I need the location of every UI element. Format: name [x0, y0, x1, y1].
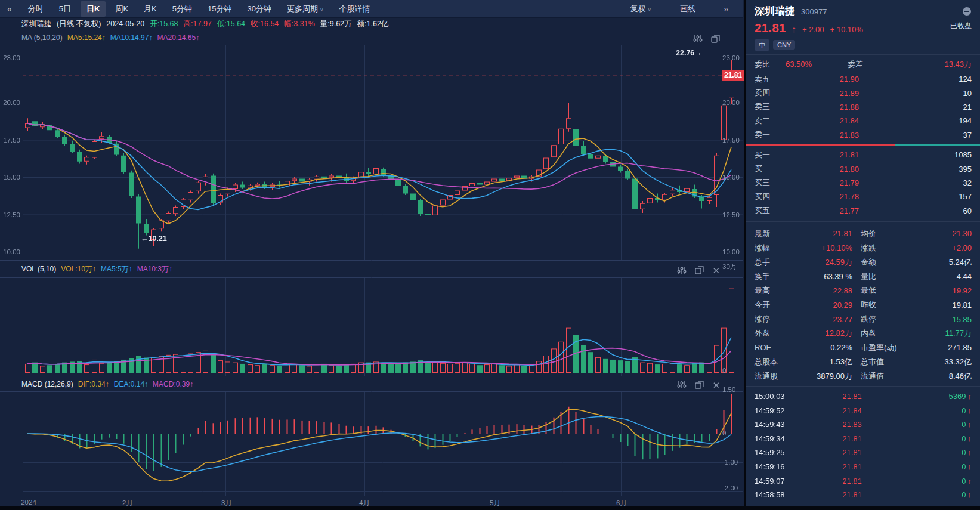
stat-value: 0.22%: [830, 343, 861, 352]
stat-label: 昨收: [861, 299, 876, 310]
tab-daily-k[interactable]: 日K: [81, 1, 106, 17]
ma5-value: MA5:15.24↑: [67, 33, 106, 42]
vol-ma5-value: MA5:5万↑: [101, 264, 132, 274]
book-price: 21.83: [796, 131, 884, 140]
indicator-settings-icon[interactable]: [693, 35, 703, 43]
macd-header: MACD (12,26,9) DIF:0.34↑ DEA:0.14↑ MACD:…: [0, 378, 743, 391]
tab-5min[interactable]: 5分钟: [166, 1, 198, 17]
tick-row: 15:00:0321.815369↑: [755, 390, 972, 404]
up-arrow-icon: ↑: [968, 462, 972, 471]
book-level-label: 卖三: [755, 101, 796, 112]
stock-detail-button[interactable]: 个股详情: [333, 1, 376, 17]
y-axis-label: 10.00: [0, 248, 20, 256]
tab-monthly-k[interactable]: 月K: [138, 1, 163, 17]
stat-label: 量比: [861, 271, 876, 282]
layout-switch-icon[interactable]: [695, 266, 704, 274]
vol-axis-zero: 0: [722, 366, 726, 375]
tick-qty: 0↑: [887, 490, 972, 499]
tick-price: 21.83: [802, 420, 887, 429]
tick-qty: 0↑: [887, 434, 972, 443]
book-level-label: 买一: [755, 150, 796, 160]
macd-chart-canvas[interactable]: [0, 391, 743, 496]
stat-label: 最高: [755, 285, 770, 296]
stat-cell: 量比4.44: [861, 270, 972, 284]
expand-icon[interactable]: »: [724, 4, 728, 14]
ratio-green-segment: [895, 144, 980, 146]
indicator-settings-icon[interactable]: [677, 266, 687, 274]
y-axis-label: 20.00: [722, 98, 740, 107]
book-price: 21.81: [796, 150, 884, 159]
tick-price: 21.81: [802, 477, 887, 486]
tick-time: 14:59:52: [755, 406, 802, 415]
collapse-panel-icon[interactable]: «: [7, 4, 12, 14]
ask-row[interactable]: 卖三21.8821: [746, 100, 980, 114]
bid-row[interactable]: 买三21.7932: [746, 176, 980, 190]
bid-row[interactable]: 买二21.80395: [746, 162, 980, 175]
bid-book: 买一21.811085买二21.80395买三21.7932买四21.78157…: [746, 148, 980, 218]
stat-label: 涨停: [755, 314, 770, 324]
y-axis-label: 10.00: [722, 248, 740, 256]
ask-row[interactable]: 卖四21.8910: [746, 86, 980, 100]
indicator-settings-icon[interactable]: [677, 381, 687, 389]
range-value: 幅:3.31%: [284, 19, 314, 29]
divider: [746, 54, 980, 55]
stat-value: 4.44: [957, 272, 972, 281]
draw-line-button[interactable]: 画线: [674, 1, 701, 17]
stat-value: +2.00: [952, 243, 972, 252]
tick-price: 21.81: [802, 462, 887, 471]
stat-value: 21.81: [833, 229, 861, 238]
tab-fenshi[interactable]: 分时: [22, 1, 50, 17]
ma20-value: MA20:14.65↑: [157, 33, 199, 42]
y-axis-label: 15.00: [722, 173, 740, 181]
layout-switch-icon[interactable]: [695, 381, 704, 389]
panel-stock-name: 深圳瑞捷: [755, 4, 795, 18]
ask-row[interactable]: 卖五21.90124: [746, 72, 980, 86]
close-indicator-icon[interactable]: ✕: [712, 381, 720, 390]
ask-row[interactable]: 卖二21.84194: [746, 114, 980, 128]
bottom-strip: [0, 506, 980, 510]
macd-axis-label: 1.50: [722, 385, 735, 394]
current-price-tag: 21.81: [722, 70, 744, 81]
stat-cell: 换手63.39 %: [755, 270, 861, 284]
minimize-icon[interactable]: [962, 7, 972, 16]
close-indicator-icon[interactable]: ✕: [712, 266, 720, 275]
tick-qty: 5369↑: [887, 392, 972, 401]
stat-value: 12.82万: [825, 328, 861, 339]
stat-cell: 昨收19.81: [861, 298, 972, 312]
tab-15min[interactable]: 15分钟: [202, 1, 237, 17]
more-periods-dropdown[interactable]: 更多周期∨: [281, 1, 330, 17]
y-axis-label: 23.00: [0, 54, 20, 62]
stat-value: 24.59万: [825, 257, 861, 268]
tick-time: 14:58:58: [755, 490, 802, 499]
bid-row[interactable]: 买四21.78157: [746, 190, 980, 203]
volume-chart-canvas[interactable]: [0, 277, 743, 376]
ma-header: MA (5,10,20) MA5:15.24↑ MA10:14.97↑ MA20…: [0, 31, 743, 44]
tick-time: 14:59:25: [755, 448, 802, 457]
stat-cell: 最高22.88: [755, 283, 861, 298]
tick-list[interactable]: 15:00:0321.815369↑14:59:5221.840↑14:59:4…: [746, 388, 980, 502]
volume-value: 量:9.62万: [320, 19, 352, 29]
vol-axis-max: 30万: [722, 262, 737, 271]
fuquan-dropdown[interactable]: 复权∨: [625, 1, 658, 17]
stat-label: 最低: [861, 285, 876, 296]
layout-switch-icon[interactable]: [711, 35, 720, 43]
up-arrow-icon: ↑: [968, 420, 972, 429]
tick-time: 14:59:16: [755, 462, 802, 471]
high-annotation: 22.76→: [676, 49, 702, 57]
stat-label: 涨跌: [861, 243, 876, 254]
chevron-down-icon: ∨: [320, 7, 324, 13]
tab-5day[interactable]: 5日: [53, 1, 77, 17]
bid-row[interactable]: 买五21.7760: [746, 204, 980, 218]
book-price: 21.89: [796, 89, 884, 98]
currency-badge: CNY: [773, 40, 795, 50]
book-qty: 21: [884, 103, 972, 112]
up-arrow-icon: ↑: [968, 392, 972, 401]
ask-row[interactable]: 卖一21.8337: [746, 128, 980, 142]
bid-row[interactable]: 买一21.811085: [746, 148, 980, 162]
book-price: 21.78: [796, 192, 884, 201]
tab-weekly-k[interactable]: 周K: [109, 1, 134, 17]
stat-label: 今开: [755, 299, 770, 310]
stat-value: 8.46亿: [949, 371, 972, 382]
kline-chart-canvas[interactable]: [0, 45, 743, 261]
tab-30min[interactable]: 30分钟: [241, 1, 277, 17]
